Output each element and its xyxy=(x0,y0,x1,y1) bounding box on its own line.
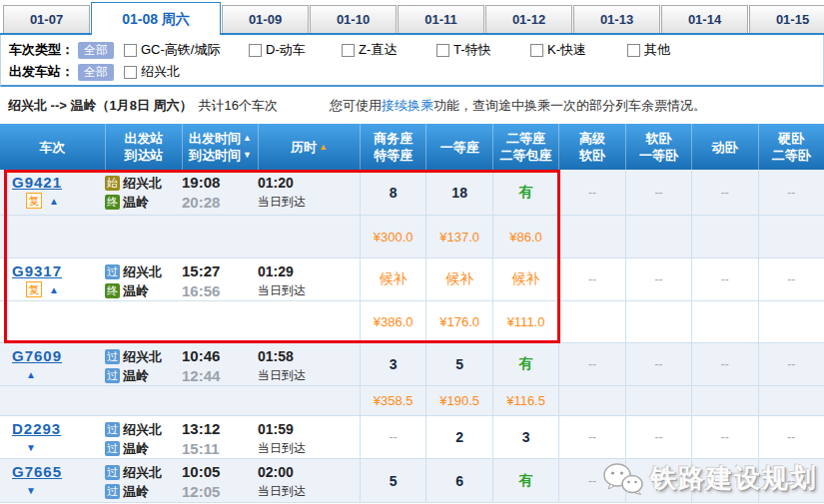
checkbox-label: 绍兴北 xyxy=(141,63,180,81)
arrive-day: 当日到达 xyxy=(258,482,360,500)
header-line: 特等座 xyxy=(374,147,412,164)
seat-cell: 候补 xyxy=(492,258,558,300)
price-row: ¥386.0¥176.0¥111.0 xyxy=(0,301,824,343)
train-type-all-badge[interactable]: 全部 xyxy=(78,42,114,59)
route-text: 绍兴北 --> 温岭（1月8日 周六） xyxy=(8,97,193,115)
train-type-option[interactable]: Z-直达 xyxy=(342,41,436,59)
depart-station-option[interactable]: 绍兴北 xyxy=(124,63,180,81)
seat-cell: -- xyxy=(691,170,757,215)
price-cell: ¥137.0 xyxy=(425,216,491,257)
seat-cell: 3 xyxy=(492,416,558,458)
seat-status: -- xyxy=(654,430,662,444)
train-number-link[interactable]: G9317 xyxy=(12,262,62,279)
expand-arrow[interactable]: ▼ xyxy=(26,485,36,496)
date-tab[interactable]: 01-09 xyxy=(222,5,309,33)
train-number-link[interactable]: G7665 xyxy=(12,463,62,480)
date-tab[interactable]: 01-13 xyxy=(573,5,660,33)
depart-station-all-badge[interactable]: 全部 xyxy=(78,64,114,81)
seat-status: 18 xyxy=(451,185,467,201)
departure-time: 19:08 xyxy=(182,173,258,193)
table-header: 车次出发站到达站出发时间▲到达时间▼历时▲商务座特等座一等座二等座二等包座高级软… xyxy=(0,124,824,170)
header-line: 出发站 xyxy=(125,130,164,147)
price-spacer xyxy=(0,301,360,342)
depart-station-filter-row: 出发车站： 全部 绍兴北 xyxy=(1,61,823,83)
summary-bar: 绍兴北 --> 温岭（1月8日 周六） 共计16个车次 您可使用接续换乘功能，查… xyxy=(0,87,824,124)
expand-arrow[interactable]: ▲ xyxy=(49,196,59,207)
expand-arrow[interactable]: ▼ xyxy=(26,442,36,453)
header-line: 二等座 xyxy=(506,130,545,147)
price-cell xyxy=(625,301,691,342)
checkbox-label: D-动车 xyxy=(266,41,306,59)
seat-cell: 有 xyxy=(492,170,558,215)
departure-time: 15:27 xyxy=(182,261,258,281)
checkbox[interactable] xyxy=(530,44,543,57)
price-cell: ¥300.0 xyxy=(360,216,425,257)
arrival-station: 温岭 xyxy=(123,483,149,501)
checkbox[interactable] xyxy=(436,44,449,57)
date-tab[interactable]: 01-08 周六 xyxy=(91,2,221,35)
price-value: ¥86.0 xyxy=(509,230,542,245)
seat-cell: 18 xyxy=(425,170,491,215)
checkbox[interactable] xyxy=(249,44,262,57)
train-type-option[interactable]: K-快速 xyxy=(530,41,627,59)
train-type-option[interactable]: GC-高铁/城际 xyxy=(124,41,249,59)
header-line: 软卧 xyxy=(579,147,605,164)
station-cell: 过绍兴北终温岭 xyxy=(105,258,182,300)
price-cell: ¥86.0 xyxy=(492,216,558,257)
seat-cell: 5 xyxy=(360,459,425,502)
arrive-day: 当日到达 xyxy=(258,439,360,457)
expand-arrow[interactable]: ▲ xyxy=(49,284,59,295)
seat-status: 3 xyxy=(390,356,398,372)
seat-status: -- xyxy=(654,357,662,371)
watermark-text: 铁路建设规划 xyxy=(650,461,818,496)
seat-cell: -- xyxy=(691,343,757,385)
arrival-station: 温岭 xyxy=(123,282,149,300)
column-header: 动卧 xyxy=(691,124,757,170)
station-line: 过温岭 xyxy=(105,482,182,501)
seat-status: 有 xyxy=(519,472,533,490)
checkbox[interactable] xyxy=(342,44,355,57)
column-header[interactable]: 历时▲ xyxy=(258,124,360,170)
date-tab[interactable]: 01-14 xyxy=(661,5,748,33)
duration: 01:58 xyxy=(258,346,360,366)
watermark: 铁路建设规划 xyxy=(602,461,818,496)
train-number-link[interactable]: G7609 xyxy=(12,347,62,364)
seat-status: 2 xyxy=(455,429,463,445)
train-type-option[interactable]: T-特快 xyxy=(436,41,530,59)
header-line: 二等包座 xyxy=(500,147,552,164)
sort-arrow[interactable]: ▼ xyxy=(243,147,252,164)
train-number-link[interactable]: D2293 xyxy=(12,420,61,437)
station-cell: 过绍兴北过温岭 xyxy=(105,343,182,385)
seat-status: -- xyxy=(721,430,729,444)
date-tab[interactable]: 01-11 xyxy=(398,5,484,33)
checkbox[interactable] xyxy=(627,44,640,57)
train-cell: D2293▼ xyxy=(0,416,105,458)
sort-arrow[interactable]: ▲ xyxy=(243,130,252,147)
transfer-link[interactable]: 接续换乘 xyxy=(382,98,433,113)
expand-arrow[interactable]: ▲ xyxy=(26,369,36,380)
station-type-badge: 始 xyxy=(105,176,120,191)
train-type-option[interactable]: D-动车 xyxy=(249,41,342,59)
time-cell: 19:0820:28 xyxy=(182,170,258,215)
sort-arrow[interactable]: ▲ xyxy=(319,139,328,156)
seat-status: -- xyxy=(721,272,729,286)
column-header[interactable]: 出发时间▲到达时间▼ xyxy=(182,124,258,170)
date-tab[interactable]: 01-10 xyxy=(310,5,397,33)
date-tab[interactable]: 01-15 xyxy=(749,5,824,33)
arrival-time: 16:56 xyxy=(182,281,258,301)
checkbox[interactable] xyxy=(124,66,137,79)
station-line: 过绍兴北 xyxy=(105,347,182,366)
seat-status: -- xyxy=(588,357,596,371)
date-tab[interactable]: 01-07 xyxy=(3,5,90,33)
date-tab[interactable]: 01-12 xyxy=(485,5,572,33)
seat-cell: -- xyxy=(625,416,691,458)
train-type-option[interactable]: 其他 xyxy=(627,41,670,59)
seat-cell: -- xyxy=(758,170,824,215)
fuxing-badge: 复 xyxy=(26,193,42,209)
train-number-link[interactable]: G9421 xyxy=(12,174,62,191)
price-value: ¥386.0 xyxy=(374,314,413,329)
time-cell: 10:4612:44 xyxy=(182,343,258,385)
checkbox[interactable] xyxy=(124,44,137,57)
seat-status: -- xyxy=(588,474,596,488)
seat-status: -- xyxy=(588,430,596,444)
